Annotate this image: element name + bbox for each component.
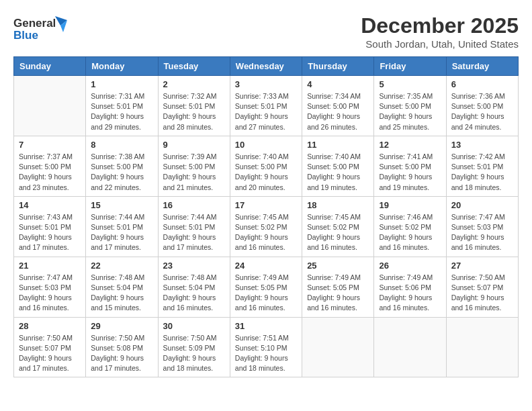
calendar-day-cell [302, 317, 374, 377]
page-header: GeneralBlue December 2025 South Jordan, … [13, 13, 519, 50]
calendar-day-cell: 4Sunrise: 7:34 AM Sunset: 5:00 PM Daylig… [302, 76, 374, 136]
day-info: Sunrise: 7:49 AM Sunset: 5:05 PM Dayligh… [307, 273, 369, 314]
day-number: 23 [163, 261, 225, 271]
calendar-day-cell: 24Sunrise: 7:49 AM Sunset: 5:05 PM Dayli… [230, 257, 302, 317]
calendar-day-cell: 27Sunrise: 7:50 AM Sunset: 5:07 PM Dayli… [446, 257, 518, 317]
day-info: Sunrise: 7:36 AM Sunset: 5:00 PM Dayligh… [451, 91, 513, 132]
day-number: 22 [91, 261, 152, 271]
calendar-day-cell: 29Sunrise: 7:50 AM Sunset: 5:08 PM Dayli… [86, 317, 158, 377]
calendar-day-cell [14, 76, 86, 136]
day-info: Sunrise: 7:51 AM Sunset: 5:10 PM Dayligh… [235, 333, 297, 374]
day-number: 30 [163, 321, 225, 331]
weekday-header: Saturday [446, 57, 518, 76]
day-info: Sunrise: 7:48 AM Sunset: 5:04 PM Dayligh… [163, 273, 225, 314]
calendar-week-row: 14Sunrise: 7:43 AM Sunset: 5:01 PM Dayli… [14, 196, 519, 257]
calendar-day-cell [446, 317, 518, 377]
day-info: Sunrise: 7:49 AM Sunset: 5:05 PM Dayligh… [235, 273, 297, 314]
calendar-day-cell: 13Sunrise: 7:42 AM Sunset: 5:01 PM Dayli… [446, 136, 518, 196]
calendar-day-cell: 19Sunrise: 7:46 AM Sunset: 5:02 PM Dayli… [374, 196, 446, 257]
calendar-week-row: 1Sunrise: 7:31 AM Sunset: 5:01 PM Daylig… [14, 76, 519, 136]
calendar-day-cell: 1Sunrise: 7:31 AM Sunset: 5:01 PM Daylig… [86, 76, 158, 136]
day-number: 5 [379, 79, 441, 89]
logo-svg: GeneralBlue [13, 13, 74, 42]
title-area: December 2025 South Jordan, Utah, United… [361, 13, 519, 50]
day-info: Sunrise: 7:33 AM Sunset: 5:01 PM Dayligh… [235, 91, 297, 132]
calendar-day-cell: 26Sunrise: 7:49 AM Sunset: 5:06 PM Dayli… [374, 257, 446, 317]
day-info: Sunrise: 7:42 AM Sunset: 5:01 PM Dayligh… [451, 152, 513, 193]
day-number: 14 [19, 200, 81, 210]
day-number: 6 [451, 79, 513, 89]
day-info: Sunrise: 7:43 AM Sunset: 5:01 PM Dayligh… [19, 212, 81, 253]
day-number: 12 [379, 140, 441, 150]
calendar-week-row: 21Sunrise: 7:47 AM Sunset: 5:03 PM Dayli… [14, 257, 519, 317]
day-info: Sunrise: 7:50 AM Sunset: 5:07 PM Dayligh… [19, 333, 81, 374]
calendar-day-cell: 28Sunrise: 7:50 AM Sunset: 5:07 PM Dayli… [14, 317, 86, 377]
day-info: Sunrise: 7:41 AM Sunset: 5:00 PM Dayligh… [379, 152, 441, 193]
day-number: 27 [451, 261, 513, 271]
day-info: Sunrise: 7:31 AM Sunset: 5:01 PM Dayligh… [91, 91, 152, 132]
calendar-day-cell: 9Sunrise: 7:39 AM Sunset: 5:00 PM Daylig… [158, 136, 230, 196]
calendar-day-cell: 18Sunrise: 7:45 AM Sunset: 5:02 PM Dayli… [302, 196, 374, 257]
logo: GeneralBlue [13, 13, 74, 42]
day-info: Sunrise: 7:32 AM Sunset: 5:01 PM Dayligh… [163, 91, 225, 132]
day-number: 28 [19, 321, 81, 331]
day-number: 16 [163, 200, 225, 210]
day-info: Sunrise: 7:40 AM Sunset: 5:00 PM Dayligh… [235, 152, 297, 193]
day-number: 25 [307, 261, 369, 271]
day-info: Sunrise: 7:46 AM Sunset: 5:02 PM Dayligh… [379, 212, 441, 253]
weekday-header: Monday [86, 57, 158, 76]
calendar-day-cell: 23Sunrise: 7:48 AM Sunset: 5:04 PM Dayli… [158, 257, 230, 317]
day-info: Sunrise: 7:34 AM Sunset: 5:00 PM Dayligh… [307, 91, 369, 132]
calendar-week-row: 28Sunrise: 7:50 AM Sunset: 5:07 PM Dayli… [14, 317, 519, 377]
day-info: Sunrise: 7:37 AM Sunset: 5:00 PM Dayligh… [19, 152, 81, 193]
day-info: Sunrise: 7:45 AM Sunset: 5:02 PM Dayligh… [307, 212, 369, 253]
calendar-day-cell: 6Sunrise: 7:36 AM Sunset: 5:00 PM Daylig… [446, 76, 518, 136]
weekday-header: Wednesday [230, 57, 302, 76]
day-number: 31 [235, 321, 297, 331]
day-info: Sunrise: 7:50 AM Sunset: 5:08 PM Dayligh… [91, 333, 152, 374]
calendar-day-cell: 20Sunrise: 7:47 AM Sunset: 5:03 PM Dayli… [446, 196, 518, 257]
calendar-day-cell: 21Sunrise: 7:47 AM Sunset: 5:03 PM Dayli… [14, 257, 86, 317]
day-number: 19 [379, 200, 441, 210]
day-number: 8 [91, 140, 152, 150]
calendar-day-cell: 8Sunrise: 7:38 AM Sunset: 5:00 PM Daylig… [86, 136, 158, 196]
day-info: Sunrise: 7:40 AM Sunset: 5:00 PM Dayligh… [307, 152, 369, 193]
weekday-header: Sunday [14, 57, 86, 76]
calendar-day-cell: 15Sunrise: 7:44 AM Sunset: 5:01 PM Dayli… [86, 196, 158, 257]
day-number: 10 [235, 140, 297, 150]
day-info: Sunrise: 7:45 AM Sunset: 5:02 PM Dayligh… [235, 212, 297, 253]
weekday-header-row: SundayMondayTuesdayWednesdayThursdayFrid… [14, 57, 519, 76]
calendar-day-cell: 31Sunrise: 7:51 AM Sunset: 5:10 PM Dayli… [230, 317, 302, 377]
svg-text:Blue: Blue [13, 29, 38, 42]
month-title: December 2025 [361, 13, 519, 38]
day-number: 2 [163, 79, 225, 89]
weekday-header: Tuesday [158, 57, 230, 76]
day-number: 1 [91, 79, 152, 89]
day-info: Sunrise: 7:38 AM Sunset: 5:00 PM Dayligh… [91, 152, 152, 193]
day-info: Sunrise: 7:44 AM Sunset: 5:01 PM Dayligh… [91, 212, 152, 253]
day-info: Sunrise: 7:35 AM Sunset: 5:00 PM Dayligh… [379, 91, 441, 132]
calendar-day-cell: 25Sunrise: 7:49 AM Sunset: 5:05 PM Dayli… [302, 257, 374, 317]
day-number: 21 [19, 261, 81, 271]
calendar-week-row: 7Sunrise: 7:37 AM Sunset: 5:00 PM Daylig… [14, 136, 519, 196]
day-info: Sunrise: 7:47 AM Sunset: 5:03 PM Dayligh… [19, 273, 81, 314]
day-number: 26 [379, 261, 441, 271]
day-info: Sunrise: 7:48 AM Sunset: 5:04 PM Dayligh… [91, 273, 152, 314]
calendar-day-cell [374, 317, 446, 377]
day-number: 9 [163, 140, 225, 150]
day-number: 7 [19, 140, 81, 150]
calendar-day-cell: 2Sunrise: 7:32 AM Sunset: 5:01 PM Daylig… [158, 76, 230, 136]
svg-text:General: General [13, 17, 56, 30]
calendar-day-cell: 14Sunrise: 7:43 AM Sunset: 5:01 PM Dayli… [14, 196, 86, 257]
day-info: Sunrise: 7:50 AM Sunset: 5:07 PM Dayligh… [451, 273, 513, 314]
calendar-day-cell: 7Sunrise: 7:37 AM Sunset: 5:00 PM Daylig… [14, 136, 86, 196]
day-info: Sunrise: 7:44 AM Sunset: 5:01 PM Dayligh… [163, 212, 225, 253]
calendar-day-cell: 11Sunrise: 7:40 AM Sunset: 5:00 PM Dayli… [302, 136, 374, 196]
day-info: Sunrise: 7:49 AM Sunset: 5:06 PM Dayligh… [379, 273, 441, 314]
calendar-day-cell: 30Sunrise: 7:50 AM Sunset: 5:09 PM Dayli… [158, 317, 230, 377]
calendar-day-cell: 5Sunrise: 7:35 AM Sunset: 5:00 PM Daylig… [374, 76, 446, 136]
calendar-day-cell: 17Sunrise: 7:45 AM Sunset: 5:02 PM Dayli… [230, 196, 302, 257]
calendar-day-cell: 10Sunrise: 7:40 AM Sunset: 5:00 PM Dayli… [230, 136, 302, 196]
day-number: 3 [235, 79, 297, 89]
calendar-day-cell: 3Sunrise: 7:33 AM Sunset: 5:01 PM Daylig… [230, 76, 302, 136]
